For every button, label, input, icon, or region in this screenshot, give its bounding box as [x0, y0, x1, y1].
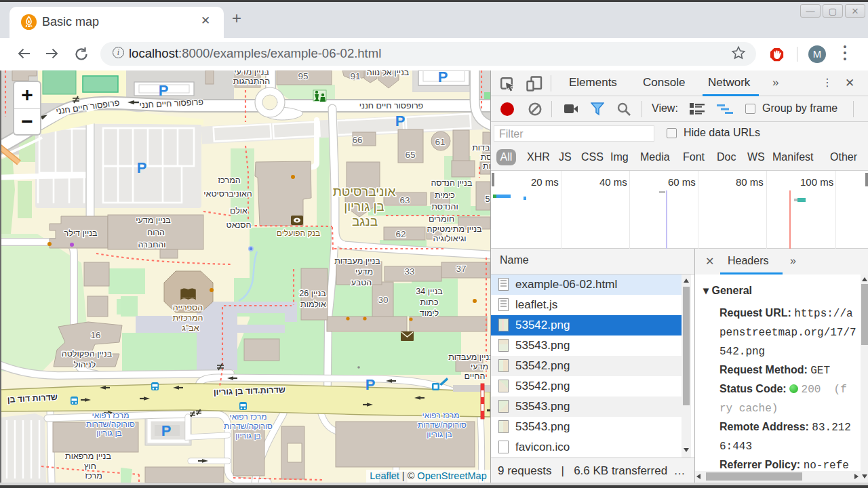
svg-text:16: 16 [90, 330, 100, 340]
svg-text:בניין מעבדות: בניין מעבדות [448, 352, 490, 362]
svg-text:95: 95 [298, 71, 308, 81]
svg-text:מרכז רפואי: מרכז רפואי [230, 412, 267, 422]
svg-text:אולמות: אולמות [300, 300, 326, 309]
svg-text:בניין מעבדות: בניין מעבדות [334, 256, 380, 266]
svg-text:מרכז רפואי: מרכז רפואי [92, 411, 130, 420]
svg-text:33: 33 [404, 266, 414, 277]
svg-text:P: P [159, 82, 169, 99]
svg-text:סורוקה/שדרות: סורוקה/שדרות [418, 420, 467, 430]
svg-text:לניהול: לניהול [74, 360, 96, 369]
svg-text:P: P [137, 159, 147, 176]
svg-text:בן גוריון: בן גוריון [235, 431, 261, 441]
svg-text:מדעי: מדעי [355, 267, 373, 277]
svg-text:סת: סת [481, 152, 490, 162]
svg-text:עבדות: עבדות [472, 143, 490, 152]
svg-text:בן גוריון: בן גוריון [96, 428, 122, 438]
svg-text:סורוקה/שדרות: סורוקה/שדרות [86, 420, 135, 429]
svg-text:65: 65 [405, 150, 415, 160]
svg-text:P: P [395, 113, 406, 129]
svg-text:30: 30 [378, 295, 388, 305]
svg-text:62: 62 [395, 229, 406, 239]
svg-text:P: P [161, 422, 172, 439]
svg-text:בניין מרפאות: בניין מרפאות [65, 451, 111, 461]
svg-text:בניין הנדסה: בניין הנדסה [431, 178, 473, 188]
svg-text:הסנאט: הסנאט [226, 220, 252, 230]
svg-text:וגיאולוגיה: וגיאולוגיה [433, 234, 467, 243]
svg-text:אולם: אולם [230, 206, 248, 216]
svg-text:בנק הפועלים: בנק הפועלים [277, 228, 320, 238]
svg-text:אב"ג: אב"ג [182, 323, 199, 333]
svg-text:בניין דילר: בניין דילר [64, 228, 98, 238]
svg-text:בניין מתימטיקה: בניין מתימטיקה [427, 224, 482, 234]
svg-text:בניין מדעי: בניין מדעי [234, 70, 269, 77]
svg-text:P: P [438, 70, 448, 85]
svg-text:החיים: החיים [465, 371, 486, 381]
svg-text:בניין מדעי: בניין מדעי [136, 216, 171, 225]
svg-text:סורוקה/שדרות: סורוקה/שדרות [224, 422, 273, 431]
svg-text:מרכז רפואי: מרכז רפואי [422, 411, 460, 420]
svg-text:91: 91 [350, 71, 360, 81]
svg-text:P: P [366, 376, 376, 393]
svg-text:לימוד: לימוד [420, 308, 439, 318]
svg-text:בניין אל נווה: בניין אל נווה [367, 70, 410, 77]
svg-text:בניין 26: בניין 26 [299, 289, 326, 298]
svg-text:והחברה: והחברה [138, 240, 165, 249]
svg-text:חומרים: חומרים [429, 214, 454, 224]
svg-text:בניין 34: בניין 34 [416, 287, 443, 296]
svg-text:בן גוריון: בן גוריון [344, 199, 384, 214]
svg-text:61: 61 [435, 137, 445, 147]
svg-text:5: 5 [486, 195, 490, 204]
svg-text:מרכז: מרכז [85, 471, 102, 481]
svg-text:63: 63 [399, 195, 410, 205]
svg-text:37: 37 [456, 264, 466, 274]
svg-text:כתות: כתות [420, 298, 438, 307]
svg-text:חוץ: חוץ [84, 462, 96, 471]
svg-text:הטבע: הטבע [351, 278, 372, 287]
svg-text:הספרייה: הספרייה [173, 303, 203, 312]
svg-text:והנדסת: והנדסת [431, 202, 458, 211]
svg-text:66: 66 [352, 135, 362, 145]
svg-text:הרוח: הרוח [147, 228, 165, 237]
svg-text:כימית: כימית [435, 190, 455, 200]
svg-text:המרכז: המרכז [218, 176, 240, 185]
svg-text:בנגב: בנגב [352, 214, 378, 228]
svg-text:אוניברסיטת: אוניברסיטת [333, 184, 396, 199]
svg-text:מדעי: מדעי [471, 362, 488, 371]
svg-text:האוניברסיטאי: האוניברסיטאי [203, 189, 252, 199]
svg-text:פרופסור חיים חנני: פרופסור חיים חנני [359, 101, 423, 110]
svg-text:בן גוריון: בן גוריון [427, 430, 452, 439]
svg-text:ההתנהגות: ההתנהגות [233, 77, 270, 86]
svg-text:המרכזית: המרכזית [172, 313, 203, 323]
svg-text:ות: ות [483, 161, 490, 171]
svg-text:בניין הפקולטה: בניין הפקולטה [62, 349, 113, 359]
